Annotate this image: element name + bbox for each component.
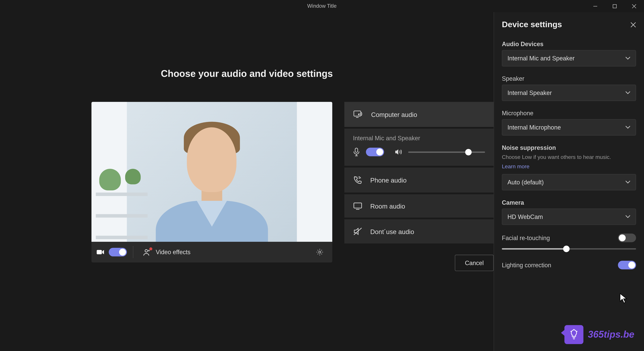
phone-icon — [353, 175, 362, 185]
device-settings-panel: Device settings Audio Devices Internal M… — [494, 12, 644, 351]
person-effects-icon — [143, 248, 152, 256]
chevron-down-icon — [625, 215, 630, 218]
video-preview — [92, 102, 332, 242]
microphone-dropdown[interactable]: Internal Microphone — [502, 119, 636, 136]
microphone-label: Microphone — [502, 110, 636, 117]
lighting-correction-toggle[interactable] — [618, 261, 636, 269]
chevron-down-icon — [625, 126, 630, 129]
audio-device-label: Internal Mic and Speaker — [353, 135, 485, 142]
audio-option-phone[interactable]: Phone audio — [344, 167, 494, 192]
audio-devices-label: Audio Devices — [502, 41, 636, 48]
dropdown-value: Internal Speaker — [508, 89, 552, 96]
svg-point-5 — [145, 249, 148, 252]
camera-toggle[interactable] — [109, 248, 127, 256]
volume-slider[interactable] — [408, 151, 485, 153]
lighting-correction-label: Lighting correction — [502, 262, 551, 268]
video-settings-button[interactable] — [312, 246, 327, 258]
panel-title: Device settings — [502, 20, 562, 29]
audio-option-label: Computer audio — [371, 111, 417, 118]
page-heading: Choose your audio and video settings — [161, 68, 333, 80]
svg-rect-8 — [355, 148, 358, 153]
dropdown-value: HD WebCam — [508, 213, 543, 220]
noise-suppression-label: Noise suppression — [502, 144, 636, 151]
chevron-down-icon — [625, 91, 630, 95]
computer-audio-icon — [353, 110, 364, 119]
audio-option-label: Dont´use audio — [370, 228, 414, 235]
facial-retouching-label: Facial re-touching — [502, 234, 550, 241]
chevron-down-icon — [625, 57, 630, 60]
svg-rect-4 — [96, 250, 102, 254]
video-toolbar: Video effects — [92, 242, 332, 263]
audio-option-computer[interactable]: Computer audio — [344, 102, 494, 127]
audio-devices-dropdown[interactable]: Internal Mic and Speaker — [502, 50, 636, 67]
panel-close-button[interactable] — [630, 22, 636, 27]
main-area: Choose your audio and video settings — [0, 12, 494, 351]
noise-suppression-help: Choose Low if you want others to hear mu… — [502, 154, 636, 161]
close-button[interactable] — [624, 0, 644, 12]
speaker-label: Speaker — [502, 75, 636, 82]
camera-label: Camera — [502, 199, 636, 206]
lightbulb-icon — [564, 325, 584, 344]
audio-option-label: Room audio — [370, 202, 405, 210]
video-effects-button[interactable]: Video effects — [139, 246, 194, 258]
svg-rect-7 — [354, 111, 361, 116]
svg-rect-9 — [354, 203, 362, 208]
no-audio-icon — [353, 227, 362, 236]
speaker-volume-icon — [394, 149, 402, 155]
noise-suppression-dropdown[interactable]: Auto (default) — [502, 174, 636, 190]
learn-more-link[interactable]: Learn more — [502, 163, 636, 170]
audio-option-none[interactable]: Dont´use audio — [344, 219, 494, 243]
minimize-button[interactable] — [586, 0, 605, 12]
facial-retouching-slider[interactable] — [502, 248, 636, 249]
audio-option-room[interactable]: Room audio — [344, 194, 494, 218]
divider — [133, 246, 133, 258]
camera-icon — [96, 249, 104, 255]
audio-option-label: Phone audio — [370, 176, 407, 184]
video-effects-label: Video effects — [156, 249, 190, 255]
camera-dropdown[interactable]: HD WebCam — [502, 209, 636, 225]
camera-self-view — [147, 112, 276, 242]
computer-audio-controls: Internal Mic and Speaker — [344, 129, 494, 166]
room-icon — [353, 202, 362, 210]
facial-retouching-toggle[interactable] — [618, 234, 636, 242]
gear-icon — [316, 248, 324, 256]
microphone-icon — [353, 148, 360, 156]
dropdown-value: Internal Microphone — [508, 124, 561, 131]
dropdown-value: Internal Mic and Speaker — [508, 55, 574, 62]
microphone-toggle[interactable] — [366, 148, 384, 156]
titlebar: Window Title — [0, 0, 644, 12]
dropdown-value: Auto (default) — [508, 179, 544, 186]
watermark: 365tips.be — [564, 325, 634, 344]
maximize-button[interactable] — [605, 0, 624, 12]
chevron-down-icon — [625, 181, 630, 184]
notification-dot-icon — [149, 247, 152, 250]
svg-rect-1 — [613, 4, 616, 8]
speaker-dropdown[interactable]: Internal Speaker — [502, 85, 636, 101]
svg-point-6 — [319, 251, 321, 253]
window-title: Window Title — [307, 3, 336, 9]
cancel-button[interactable]: Cancel — [455, 255, 494, 271]
watermark-text: 365tips.be — [588, 329, 634, 340]
